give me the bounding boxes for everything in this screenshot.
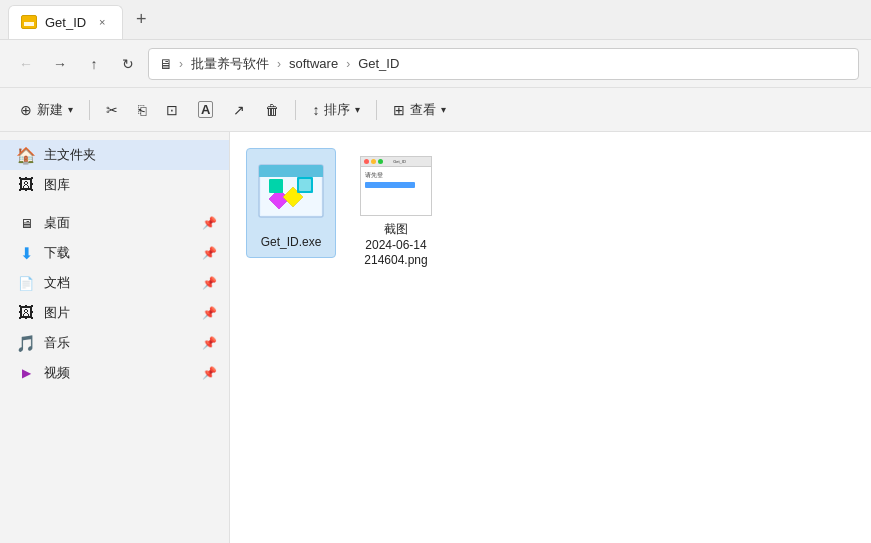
forward-button[interactable]: →: [46, 50, 74, 78]
main-layout: 🏠 主文件夹 🖼 图库 🖥 桌面 📌 ⬇ 下载 📌 📄 文档 📌 🖼 图片 📌: [0, 132, 871, 543]
address-bar: ← → ↑ ↻ 🖥 › 批量养号软件 › software › Get_ID: [0, 40, 871, 88]
pin-music-icon: 📌: [202, 336, 217, 350]
sort-label: 排序: [324, 101, 350, 119]
close-dot: [364, 159, 369, 164]
sidebar-label-home: 主文件夹: [44, 146, 96, 164]
back-arrow-icon: ←: [19, 56, 33, 72]
breadcrumb[interactable]: 🖥 › 批量养号软件 › software › Get_ID: [148, 48, 859, 80]
toolbar-sep-1: [89, 100, 90, 120]
file-item-exe[interactable]: Get_ID.exe: [246, 148, 336, 258]
share-button[interactable]: ↗: [225, 94, 253, 126]
sidebar-label-docs: 文档: [44, 274, 70, 292]
breadcrumb-sep-0: ›: [179, 57, 183, 71]
exe-file-icon: [255, 157, 327, 229]
sidebar-item-downloads[interactable]: ⬇ 下载 📌: [0, 238, 229, 268]
cut-icon: ✂: [106, 102, 118, 118]
sidebar-label-desktop: 桌面: [44, 214, 70, 232]
music-icon: 🎵: [16, 333, 36, 353]
svg-rect-10: [299, 179, 311, 191]
paste-icon: ⊡: [166, 102, 178, 118]
png-file-name: 截图 2024-06-14 214604.png: [364, 222, 427, 269]
view-label: 查看: [410, 101, 436, 119]
new-button[interactable]: ⊕ 新建 ▾: [12, 94, 81, 126]
forward-arrow-icon: →: [53, 56, 67, 72]
minimize-dot: [371, 159, 376, 164]
up-arrow-icon: ↑: [91, 56, 98, 72]
sidebar-label-videos: 视频: [44, 364, 70, 382]
svg-rect-2: [259, 171, 323, 177]
new-tab-button[interactable]: +: [127, 6, 155, 34]
tab-get-id[interactable]: Get_ID ×: [8, 5, 123, 39]
sidebar-item-desktop[interactable]: 🖥 桌面 📌: [0, 208, 229, 238]
new-icon: ⊕: [20, 102, 32, 118]
view-button[interactable]: ⊞ 查看 ▾: [385, 94, 454, 126]
file-area: Get_ID.exe Get_ID 请先登 截图 2024-06-14 2146…: [230, 132, 871, 543]
view-icon: ⊞: [393, 102, 405, 118]
home-icon: 🏠: [16, 145, 36, 165]
sidebar-gap: [0, 200, 229, 208]
rename-button[interactable]: A: [190, 94, 221, 126]
refresh-icon: ↻: [122, 56, 134, 72]
sidebar-label-music: 音乐: [44, 334, 70, 352]
png-thumb-bar: [365, 182, 415, 188]
up-button[interactable]: ↑: [80, 50, 108, 78]
png-thumb-text: 请先登: [365, 171, 427, 180]
view-chevron-icon: ▾: [441, 104, 446, 115]
breadcrumb-item-1[interactable]: software: [285, 54, 342, 73]
pin-downloads-icon: 📌: [202, 246, 217, 260]
sidebar-item-videos[interactable]: ▶ 视频 📌: [0, 358, 229, 388]
tab-close-button[interactable]: ×: [94, 14, 110, 30]
copy-button[interactable]: ⎗: [130, 94, 154, 126]
toolbar-sep-2: [295, 100, 296, 120]
file-item-png[interactable]: Get_ID 请先登 截图 2024-06-14 214604.png: [352, 148, 440, 277]
breadcrumb-sep-1: ›: [277, 57, 281, 71]
breadcrumb-item-0[interactable]: 批量养号软件: [187, 53, 273, 75]
cut-button[interactable]: ✂: [98, 94, 126, 126]
sort-chevron-icon: ▾: [355, 104, 360, 115]
exe-file-name: Get_ID.exe: [261, 235, 322, 249]
sidebar: 🏠 主文件夹 🖼 图库 🖥 桌面 📌 ⬇ 下载 📌 📄 文档 📌 🖼 图片 📌: [0, 132, 230, 543]
pin-docs-icon: 📌: [202, 276, 217, 290]
png-thumb-title: Get_ID: [385, 159, 414, 164]
new-label: 新建: [37, 101, 63, 119]
rename-icon: A: [198, 101, 213, 118]
downloads-icon: ⬇: [16, 243, 36, 263]
sidebar-item-pictures[interactable]: 🖼 图片 📌: [0, 298, 229, 328]
folder-tab-icon: [21, 15, 37, 29]
title-bar: Get_ID × +: [0, 0, 871, 40]
sort-icon: ↕: [312, 102, 319, 118]
sidebar-item-home[interactable]: 🏠 主文件夹: [0, 140, 229, 170]
png-thumbnail: Get_ID 请先登: [360, 156, 432, 216]
monitor-icon: 🖥: [159, 56, 173, 72]
gallery-icon: 🖼: [16, 175, 36, 195]
delete-icon: 🗑: [265, 102, 279, 118]
sidebar-item-gallery[interactable]: 🖼 图库: [0, 170, 229, 200]
back-button[interactable]: ←: [12, 50, 40, 78]
sidebar-item-music[interactable]: 🎵 音乐 📌: [0, 328, 229, 358]
desktop-icon: 🖥: [16, 213, 36, 233]
sort-button[interactable]: ↕ 排序 ▾: [304, 94, 368, 126]
toolbar-sep-3: [376, 100, 377, 120]
sidebar-label-gallery: 图库: [44, 176, 70, 194]
refresh-button[interactable]: ↻: [114, 50, 142, 78]
png-thumb-titlebar: Get_ID: [361, 157, 431, 167]
pin-pictures-icon: 📌: [202, 306, 217, 320]
copy-icon: ⎗: [138, 102, 146, 118]
sidebar-label-pictures: 图片: [44, 304, 70, 322]
png-thumb-body: 请先登: [361, 167, 431, 215]
tab-label: Get_ID: [45, 15, 86, 30]
share-icon: ↗: [233, 102, 245, 118]
docs-icon: 📄: [16, 273, 36, 293]
pin-videos-icon: 📌: [202, 366, 217, 380]
toolbar: ⊕ 新建 ▾ ✂ ⎗ ⊡ A ↗ 🗑 ↕ 排序 ▾ ⊞ 查看 ▾: [0, 88, 871, 132]
sidebar-item-docs[interactable]: 📄 文档 📌: [0, 268, 229, 298]
new-chevron-icon: ▾: [68, 104, 73, 115]
pictures-icon: 🖼: [16, 303, 36, 323]
delete-button[interactable]: 🗑: [257, 94, 287, 126]
paste-button[interactable]: ⊡: [158, 94, 186, 126]
sidebar-label-downloads: 下载: [44, 244, 70, 262]
videos-icon: ▶: [16, 363, 36, 383]
breadcrumb-item-2[interactable]: Get_ID: [354, 54, 403, 73]
maximize-dot: [378, 159, 383, 164]
breadcrumb-sep-2: ›: [346, 57, 350, 71]
